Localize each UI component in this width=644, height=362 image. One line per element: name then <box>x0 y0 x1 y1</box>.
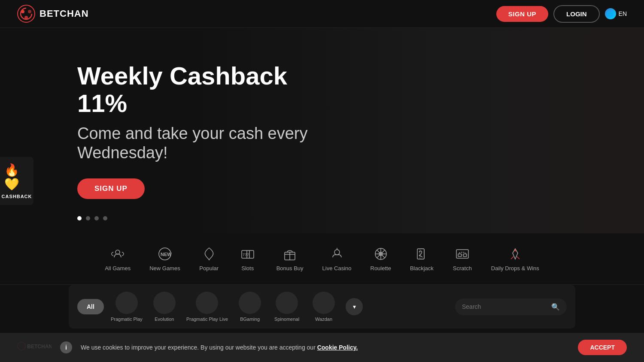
logo[interactable]: BETCHAN <box>17 5 89 23</box>
lang-code: EN <box>619 10 627 17</box>
category-item-bonus-buy[interactable]: Bonus Buy <box>267 242 313 276</box>
expand-providers-button[interactable]: ▾ <box>346 298 363 315</box>
search-icon[interactable]: 🔍 <box>551 303 560 311</box>
category-label-slots: Slots <box>241 265 254 272</box>
cashback-label: CASHBACK <box>2 194 32 199</box>
all-providers-button[interactable]: All <box>77 299 104 314</box>
hero-content: Weekly Cashback 11% Come and take your c… <box>77 62 335 199</box>
provider-item-pragmatic-play-live[interactable]: Pragmatic Play Live <box>186 292 228 322</box>
header: BETCHAN SIGN UP LOGIN 🌐 EN <box>0 0 644 28</box>
category-label-bonus-buy: Bonus Buy <box>276 265 304 272</box>
search-input[interactable] <box>462 303 548 310</box>
globe-icon: 🌐 <box>605 8 616 19</box>
category-item-slots[interactable]: 777 Slots <box>228 242 267 276</box>
hero-title: Weekly Cashback 11% <box>77 62 335 117</box>
login-button[interactable]: LOGIN <box>553 5 600 23</box>
provider-item-bgaming[interactable]: BGaming <box>235 292 265 322</box>
language-selector[interactable]: 🌐 EN <box>605 8 627 19</box>
cashback-icon: 🔥💛 <box>4 163 29 191</box>
svg-rect-25 <box>458 254 462 256</box>
hero-section: Weekly Cashback 11% Come and take your c… <box>0 28 644 233</box>
category-label-roulette: Roulette <box>371 265 391 272</box>
svg-rect-26 <box>463 254 467 256</box>
category-item-daily-drops[interactable]: Daily Drops & Wins <box>482 242 549 276</box>
provider-item-spinomenal[interactable]: Spinomenal <box>272 292 302 322</box>
hero-signup-button[interactable]: SIGN UP <box>77 178 145 199</box>
provider-name: Pragmatic Play <box>111 317 143 322</box>
daily-drops-icon <box>507 246 523 262</box>
category-label-all-games: All Games <box>105 265 131 272</box>
provider-filter: All Pragmatic Play Evolution Pragmatic P… <box>69 285 575 329</box>
category-item-roulette[interactable]: Roulette <box>361 242 401 276</box>
svg-point-3 <box>24 16 28 19</box>
provider-name: Wazdan <box>315 317 332 322</box>
provider-item-wazdan[interactable]: Wazdan <box>309 292 339 322</box>
svg-point-27 <box>514 250 516 251</box>
search-box: 🔍 <box>455 299 567 315</box>
category-item-live-casino[interactable]: Live Casino <box>313 242 361 276</box>
svg-text:BETCHAN: BETCHAN <box>27 344 52 350</box>
hero-dots <box>77 216 107 220</box>
cookie-info-icon: i <box>60 341 72 353</box>
category-item-blackjack[interactable]: Blackjack <box>401 242 443 276</box>
roulette-icon <box>373 246 389 262</box>
svg-text:NEW: NEW <box>161 252 172 257</box>
provider-logo <box>196 292 218 314</box>
provider-logo <box>153 292 176 314</box>
svg-point-1 <box>21 10 24 13</box>
svg-point-14 <box>334 250 340 255</box>
svg-point-28 <box>18 342 26 350</box>
provider-name: BGaming <box>240 317 260 322</box>
logo-text: BETCHAN <box>39 8 89 19</box>
category-label-popular: Popular <box>199 265 219 272</box>
header-right: SIGN UP LOGIN 🌐 EN <box>496 5 627 23</box>
cookie-banner: BETCHAN i We use cookies to improve your… <box>0 333 644 362</box>
accept-cookies-button[interactable]: ACCEPT <box>578 340 627 355</box>
category-label-daily-drops: Daily Drops & Wins <box>491 265 539 272</box>
category-label-new-games: New Games <box>149 265 180 272</box>
provider-item-pragmatic-play[interactable]: Pragmatic Play <box>111 292 143 322</box>
blackjack-icon <box>414 246 429 262</box>
provider-item-evolution[interactable]: Evolution <box>149 292 179 322</box>
hero-subtitle: Come and take your cash every Wednesday! <box>77 124 335 163</box>
category-item-all-games[interactable]: All Games <box>95 242 140 276</box>
hero-dot-4[interactable] <box>103 216 107 220</box>
svg-text:777: 777 <box>243 253 249 257</box>
category-item-new-games[interactable]: NEW New Games <box>140 242 190 276</box>
popular-icon <box>201 246 217 262</box>
category-label-scratch: Scratch <box>453 265 472 272</box>
cookie-text: We use cookies to improve your experienc… <box>81 344 569 351</box>
provider-logo <box>239 292 261 314</box>
provider-name: Pragmatic Play Live <box>186 317 228 322</box>
new-games-icon: NEW <box>157 246 173 262</box>
slots-icon: 777 <box>240 246 255 262</box>
provider-name: Evolution <box>155 317 174 322</box>
svg-point-2 <box>28 10 31 13</box>
hero-dot-1[interactable] <box>77 216 82 220</box>
provider-logo <box>276 292 298 314</box>
signup-button[interactable]: SIGN UP <box>496 6 548 22</box>
cashback-sidebar[interactable]: 🔥💛 CASHBACK <box>0 157 33 205</box>
cookie-policy-link[interactable]: Cookie Policy. <box>317 344 358 351</box>
logo-icon <box>17 5 35 23</box>
live-casino-icon <box>329 246 345 262</box>
category-item-scratch[interactable]: Scratch <box>443 242 482 276</box>
svg-rect-23 <box>420 249 424 259</box>
provider-name: Spinomenal <box>274 317 299 322</box>
category-label-blackjack: Blackjack <box>410 265 434 272</box>
cookie-betchan-logo: BETCHAN <box>17 340 52 355</box>
category-label-live-casino: Live Casino <box>322 265 352 272</box>
provider-logo <box>115 292 138 314</box>
provider-logo <box>313 292 335 314</box>
chevron-down-icon: ▾ <box>353 303 356 310</box>
bonus-buy-icon <box>282 246 298 262</box>
category-nav: All Games NEW New Games Popular 777 <box>0 233 644 285</box>
category-item-popular[interactable]: Popular <box>190 242 228 276</box>
hero-dot-2[interactable] <box>86 216 90 220</box>
all-games-icon <box>110 246 125 262</box>
hero-dot-3[interactable] <box>94 216 99 220</box>
scratch-icon <box>455 246 470 262</box>
